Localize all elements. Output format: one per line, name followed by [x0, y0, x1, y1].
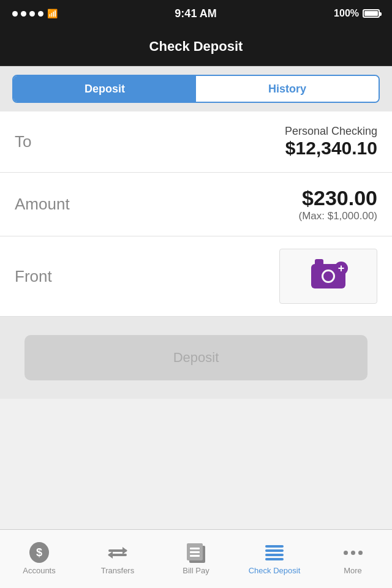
- arrow-left-icon: [108, 554, 127, 556]
- dollar-circle-icon: $: [29, 542, 49, 563]
- page-title: Check Deposit: [149, 39, 243, 55]
- lines-icon: [265, 545, 284, 560]
- amount-max: (Max: $1,000.00): [298, 210, 377, 222]
- front-row[interactable]: Front +: [0, 236, 392, 317]
- more-icon: [343, 543, 363, 562]
- form-area: To Personal Checking $12,340.10 Amount $…: [0, 111, 392, 317]
- signal-dots: [12, 11, 43, 17]
- battery-area: 100%: [334, 8, 380, 19]
- bill-line-2: [190, 551, 200, 553]
- bill-front: [187, 543, 203, 560]
- transfers-icon: [108, 543, 127, 562]
- account-balance: $12,340.10: [285, 138, 377, 159]
- arrows-icon: [108, 549, 127, 556]
- accounts-label: Accounts: [23, 566, 55, 575]
- to-row[interactable]: To Personal Checking $12,340.10: [0, 111, 392, 173]
- battery-percent: 100%: [334, 8, 359, 19]
- tab-transfers[interactable]: Transfers: [78, 530, 157, 588]
- front-label: Front: [15, 267, 52, 286]
- signal-area: 📶: [12, 9, 58, 18]
- tab-more[interactable]: More: [314, 530, 392, 588]
- segment-container: Deposit History: [0, 66, 392, 111]
- status-time: 9:41 AM: [175, 7, 216, 20]
- to-label: To: [15, 132, 31, 151]
- amount-info: $230.00 (Max: $1,000.00): [298, 186, 377, 222]
- tab-history[interactable]: History: [196, 76, 379, 102]
- navigation-bar: Check Deposit: [0, 27, 392, 66]
- wifi-icon: 📶: [47, 9, 58, 18]
- check-deposit-icon: [265, 543, 284, 562]
- bill-pay-icon: [186, 543, 206, 562]
- deposit-button-container: Deposit: [0, 317, 392, 399]
- cd-line-3: [265, 554, 284, 556]
- account-info: Personal Checking $12,340.10: [285, 125, 377, 159]
- tab-bar: $ Accounts Transfers Bill Pay: [0, 529, 392, 588]
- tab-deposit[interactable]: Deposit: [13, 76, 196, 102]
- bill-line-1: [190, 548, 200, 549]
- check-deposit-label: Check Deposit: [249, 566, 301, 575]
- tab-check-deposit[interactable]: Check Deposit: [235, 530, 314, 588]
- cd-line-1: [265, 545, 284, 548]
- battery-icon: [363, 9, 380, 18]
- cd-line-2: [265, 549, 284, 552]
- camera-placeholder[interactable]: +: [279, 249, 377, 304]
- tab-accounts[interactable]: $ Accounts: [0, 530, 78, 588]
- camera-notch: [315, 259, 323, 264]
- more-label: More: [344, 566, 362, 575]
- bill-stack-icon: [187, 542, 205, 563]
- three-dots-icon: [344, 551, 363, 555]
- camera-lens: [322, 270, 335, 283]
- amount-row[interactable]: Amount $230.00 (Max: $1,000.00): [0, 173, 392, 236]
- bill-pay-label: Bill Pay: [183, 566, 209, 575]
- camera-icon-wrap: +: [311, 264, 345, 288]
- amount-label: Amount: [15, 195, 70, 214]
- account-name: Personal Checking: [285, 125, 377, 138]
- status-bar: 📶 9:41 AM 100%: [0, 0, 392, 27]
- deposit-button[interactable]: Deposit: [24, 335, 368, 380]
- tab-bill-pay[interactable]: Bill Pay: [157, 530, 235, 588]
- transfers-label: Transfers: [101, 566, 134, 575]
- cd-line-4: [265, 558, 284, 560]
- segment-control: Deposit History: [12, 75, 380, 103]
- accounts-icon: $: [29, 543, 49, 562]
- amount-value: $230.00: [298, 186, 377, 210]
- plus-icon: +: [334, 262, 348, 275]
- bill-line-3: [190, 555, 200, 557]
